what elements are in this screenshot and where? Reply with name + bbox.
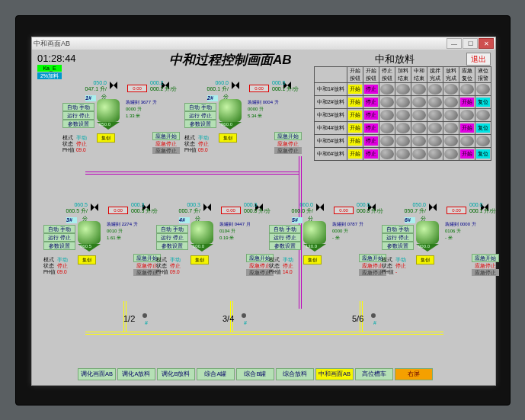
auto-button[interactable]: 自动 手动 <box>269 225 301 233</box>
control-panel: 自动 手动 运行 停止 参数设置 <box>156 225 188 250</box>
control-panel: 自动 手动 运行 停止 参数设置 <box>382 225 414 250</box>
unit-5: 060.0060.0 升/分 0.00 000.0000.0 升/分 5# 自动… <box>269 202 399 286</box>
page-subtitle: 中和放料 <box>375 53 415 66</box>
regen-button[interactable]: 集创 <box>190 255 209 265</box>
param-button[interactable]: 参数设置 <box>382 242 414 250</box>
stop-button[interactable]: 停止 <box>364 85 378 94</box>
ind-b: 2%加料 <box>37 72 62 79</box>
titlebar: 中和画面AB — ☐ ✕ <box>32 37 495 50</box>
emg-start-button[interactable]: 应急开始 <box>472 254 499 262</box>
emergency-block: 应急开始 应急停止 应急停止 <box>472 254 499 276</box>
close-button[interactable]: ✕ <box>479 38 494 49</box>
status-block: 模式手动 状态停止 PH值09.0 <box>156 257 181 275</box>
run-button[interactable]: 运行 停止 <box>269 233 301 242</box>
side-readings: 装罐到 3677 升0000 升1.33 米 <box>126 99 157 120</box>
emg-stop-button[interactable]: 应急停止 <box>152 140 180 147</box>
auto-button[interactable]: 自动 手动 <box>184 103 216 111</box>
unit-tag: 1# <box>85 95 96 101</box>
emergency-block: 应急开始 应急停止 应急停止 <box>152 132 180 154</box>
nav-button-screen[interactable]: 右屏 <box>395 368 433 380</box>
valve-icon <box>91 204 98 211</box>
param-button[interactable]: 参数设置 <box>62 120 94 128</box>
unit-tag: 4# <box>179 217 190 223</box>
marker-icon <box>142 313 147 318</box>
indicator-box: Ka_E 2%加料 <box>37 65 62 80</box>
valve-icon <box>232 82 239 89</box>
unit-tag: 3# <box>66 217 77 223</box>
run-button[interactable]: 运行 停止 <box>382 233 414 242</box>
tank-icon: 100.0 <box>190 221 213 253</box>
maximize-button[interactable]: ☐ <box>463 38 478 49</box>
regen-button[interactable]: 集创 <box>416 255 434 265</box>
run-button[interactable]: 运行 停止 <box>62 111 94 120</box>
param-button[interactable]: 参数设置 <box>156 242 188 250</box>
flow-reading-2: 000.0000.1 升/分 <box>469 202 500 215</box>
run-button[interactable]: 运行 停止 <box>156 233 188 242</box>
control-panel: 自动 手动 运行 停止 参数设置 <box>184 103 216 128</box>
regen-button[interactable]: 集创 <box>78 255 96 265</box>
setpoint-box[interactable]: 0.00 <box>221 207 241 214</box>
emg-alt-button[interactable]: 应急停止 <box>274 147 302 154</box>
flow-reading-2: 000.0000.1 升/分 <box>272 80 303 93</box>
nav-button[interactable]: 调化画面AB <box>78 368 116 380</box>
regen-button[interactable]: 集创 <box>97 133 115 143</box>
pair-label-56: 5/6 <box>352 314 363 323</box>
status-block: 模式手动 状态停止 PH值09.0 <box>43 257 68 275</box>
control-panel: 自动 手动 运行 停止 参数设置 <box>269 225 301 250</box>
flow-reading-2: 000.2000.2 升/分 <box>150 80 181 93</box>
setpoint-box[interactable]: 0.00 <box>334 207 354 214</box>
unit-3: 060.5060.5 升/分 0.00 000.3000.3 升/分 3# 自动… <box>43 202 173 286</box>
ind-a: Ka_E <box>37 65 62 72</box>
setpoint-box[interactable]: 0.00 <box>249 85 269 92</box>
valve-icon <box>203 204 211 211</box>
setpoint-box[interactable]: 0.00 <box>127 85 147 92</box>
auto-button[interactable]: 自动 手动 <box>43 225 75 233</box>
setpoint-box[interactable]: 0.00 <box>447 207 466 214</box>
side-readings: 装罐到 0000 升0106 升- 米 <box>445 221 476 242</box>
emergency-block: 应急开始 应急停止 应急停止 <box>274 132 302 154</box>
clock: 01:28:44 <box>37 53 76 64</box>
run-button[interactable]: 运行 停止 <box>184 111 216 120</box>
control-panel: 自动 手动 运行 停止 参数设置 <box>43 225 75 250</box>
unit-tag: 2# <box>207 95 218 101</box>
emg-alt-button[interactable]: 应急停止 <box>472 269 499 276</box>
unit-tag: 6# <box>405 217 415 223</box>
run-button[interactable]: 运行 停止 <box>43 233 75 242</box>
window: 中和画面AB — ☐ ✕ 01:28:44 Ka_E 2%加料 中和过程控制画面… <box>31 37 496 386</box>
pair-label-34: 3/4 <box>222 314 234 323</box>
param-button[interactable]: 参数设置 <box>43 242 75 250</box>
start-button[interactable]: 开始 <box>348 85 362 94</box>
pipe-icon <box>85 172 299 175</box>
page-title: 中和过程控制画面AB <box>169 51 292 69</box>
side-readings: 装罐到 0447 月0104 升0.19 米 <box>219 221 251 242</box>
unit-tag: 5# <box>292 217 303 223</box>
lamp-icon <box>380 84 394 95</box>
valve-icon <box>110 82 117 89</box>
side-readings: 装罐到 0004 升0000 升5.34 米 <box>248 99 279 120</box>
emg-start-button[interactable]: 应急开始 <box>274 132 302 140</box>
auto-button[interactable]: 自动 手动 <box>62 103 94 111</box>
status-block: 模式手动 状态停止 PH值14.0 <box>269 257 293 275</box>
auto-button[interactable]: 自动 手动 <box>156 225 188 233</box>
minimize-button[interactable]: — <box>447 38 462 49</box>
param-button[interactable]: 参数设置 <box>269 242 301 250</box>
stage: 01:28:44 Ka_E 2%加料 中和过程控制画面AB 中和放料 退出 开始… <box>32 50 495 385</box>
regen-button[interactable]: 集创 <box>219 133 237 143</box>
unit-2: 060.0060.1 升/分 0.00 000.0000.1 升/分 2# 自动… <box>184 80 314 164</box>
setpoint-box[interactable]: 0.00 <box>108 207 128 214</box>
emg-alt-button[interactable]: 应急停止 <box>152 147 180 154</box>
pair-label-12: 1/2 <box>123 314 135 323</box>
emg-start-button[interactable]: 应急开始 <box>152 132 180 140</box>
emg-stop-button[interactable]: 应急停止 <box>472 262 499 269</box>
exit-button[interactable]: 退出 <box>466 53 491 66</box>
tank-icon: 060.5 <box>78 221 101 253</box>
regen-button[interactable]: 集创 <box>303 255 322 265</box>
param-button[interactable]: 参数设置 <box>184 120 216 128</box>
emg-stop-button[interactable]: 应急停止 <box>274 140 302 147</box>
tank-icon: 050.0 <box>97 99 120 131</box>
side-readings: 装罐到 0787 升0000 升- 米 <box>332 221 363 242</box>
auto-button[interactable]: 自动 手动 <box>382 225 414 233</box>
status-block: 模式手动 状态停止 PH值- <box>382 257 406 275</box>
nav-button-active[interactable]: 中和画面AB <box>315 368 354 380</box>
unit-1: 050.0047.1 升/分 0.00 000.2000.2 升/分 1# 自动… <box>62 80 192 164</box>
